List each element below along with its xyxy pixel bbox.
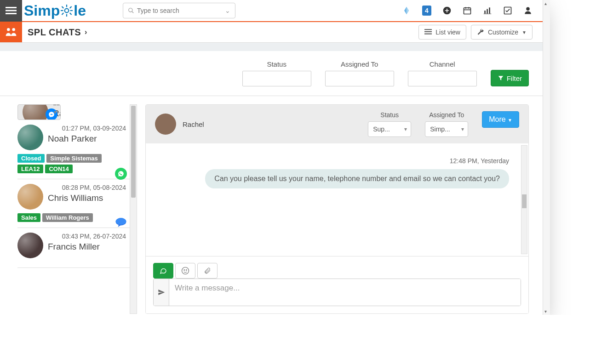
chat-time: 08:28 PM, 05-08-2024 [48,184,126,191]
calendar-icon[interactable] [463,6,472,15]
message-input[interactable] [169,279,521,306]
extensions-icon[interactable] [402,6,411,15]
topbar: Simp le ⌄ 4 [0,0,543,22]
filter-button[interactable]: Filter [491,70,529,86]
svg-rect-9 [69,12,72,15]
svg-point-37 [186,270,187,271]
status-select[interactable]: Sup... [368,121,411,137]
svg-rect-4 [66,5,67,7]
avatar [17,233,43,258]
svg-rect-10 [62,12,64,15]
page-header: SPL CHATS › List view Customize ▼ [0,22,543,43]
user-icon[interactable] [523,6,533,15]
body: 12:59 PM, Yesterday Rachel SupportSimple… [0,96,543,315]
svg-point-34 [116,218,126,225]
chart-icon[interactable] [483,6,492,15]
chat-list-wrap: 12:59 PM, Yesterday Rachel SupportSimple… [17,104,137,314]
module-icon [0,22,22,42]
tasks-icon[interactable] [503,6,512,15]
svg-line-13 [132,11,134,13]
filter-channel: Channel [408,60,477,86]
more-button[interactable]: More ▼ [482,111,519,128]
svg-point-35 [182,267,189,274]
chat-list[interactable]: 12:59 PM, Yesterday Rachel SupportSimple… [17,104,130,314]
svg-point-28 [7,28,10,31]
attach-tab[interactable] [197,263,218,279]
reply-tab[interactable] [153,263,173,279]
logo-gear-icon [61,5,73,17]
chat-name: Chris Williams [48,193,126,203]
message-bubble: Can you please tell us your name, teleph… [205,169,509,188]
tag: CON14 [45,165,72,173]
scrollbar[interactable] [130,104,137,314]
chat-detail: Rachel Status Sup... Assigned To Simp...… [145,104,529,314]
svg-rect-6 [61,10,63,11]
filter-status: Status [242,60,311,86]
send-button[interactable] [154,279,169,306]
assigned-select[interactable]: Simp... [425,121,468,137]
chat-card[interactable]: 03:43 PM, 26-07-2024 Francis Miller [17,228,130,268]
chat-time: 12:59 PM, Yesterday [53,104,61,107]
chat-card[interactable]: 08:28 PM, 05-08-2024 Chris Williams Sale… [17,179,130,228]
chat-card[interactable]: 01:27 PM, 03-09-2024 Noah Parker ClosedS… [17,120,130,179]
chevron-right-icon[interactable]: › [85,28,87,36]
emoji-tab[interactable] [175,263,195,279]
svg-rect-0 [6,7,17,8]
avatar [17,125,43,150]
chat-name: Noah Parker [48,134,126,144]
tag: William Rogers [42,213,93,222]
page-title: SPL CHATS › [28,27,87,38]
whatsapp-icon [115,168,127,180]
svg-rect-2 [6,13,17,14]
hamburger-menu[interactable] [0,0,22,22]
chat-time: 01:27 PM, 03-09-2024 [48,125,126,132]
compose-area [146,256,528,313]
chevron-down-icon[interactable]: ⌄ [225,7,230,14]
window-scrollbar[interactable]: ▴▾ [543,0,550,315]
search-icon [128,7,134,14]
svg-rect-23 [487,9,488,14]
svg-rect-24 [489,7,490,13]
message-time: 12:48 PM, Yesterday [154,157,509,165]
logo: Simp le [24,2,86,19]
search-input[interactable] [137,7,230,14]
svg-point-29 [12,28,15,31]
chat-card[interactable]: 12:59 PM, Yesterday Rachel SupportSimple… [17,104,61,120]
detail-contact-name: Rachel [183,120,204,128]
plus-circle-icon[interactable] [442,6,452,15]
list-view-button[interactable]: List view [418,25,466,40]
tag-row: SalesWilliam Rogers [17,213,126,222]
svg-rect-11 [69,6,72,8]
filter-channel-input[interactable] [408,71,477,86]
scroll-thumb[interactable] [131,106,136,198]
messenger-icon [46,108,57,120]
funnel-icon [498,75,504,81]
svg-rect-1 [6,10,17,11]
svg-rect-32 [424,34,432,34]
customize-button[interactable]: Customize ▼ [471,25,533,40]
svg-point-27 [526,7,530,11]
assigned-label: Assigned To [429,111,464,119]
svg-rect-30 [424,29,432,30]
tag-row: ClosedSimple SistemasLEA12CON14 [17,154,126,173]
avatar [155,114,176,135]
status-label: Status [380,111,399,119]
svg-rect-25 [484,14,492,14]
filter-status-input[interactable] [242,71,311,86]
list-icon [424,29,432,35]
svg-point-3 [65,9,69,13]
detail-header: Rachel Status Sup... Assigned To Simp...… [146,105,528,143]
four-badge-icon[interactable]: 4 [422,6,431,15]
filter-bar: Status Assigned To Channel Filter [0,51,543,96]
tag: Closed [17,154,45,163]
messages-scrollbar[interactable] [521,145,527,254]
search-box[interactable]: ⌄ [123,3,235,18]
messages-area[interactable]: 12:48 PM, Yesterday Can you please tell … [146,143,528,256]
avatar [17,184,43,210]
filter-assigned: Assigned To [325,60,394,86]
wrench-icon [477,28,484,36]
svg-rect-8 [62,6,64,8]
svg-rect-5 [66,14,67,17]
filter-assigned-input[interactable] [325,71,394,86]
tag: Sales [17,213,40,222]
